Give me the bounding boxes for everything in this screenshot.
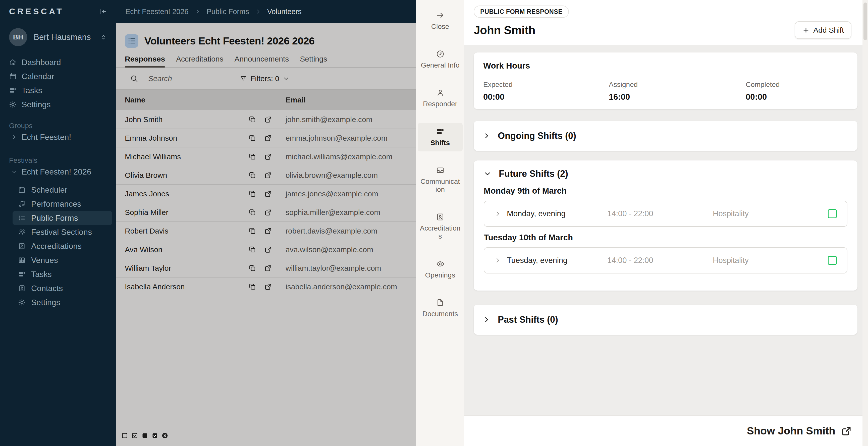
show-responder-link[interactable]: Show John Smith <box>747 425 835 437</box>
table-row[interactable]: John Smith john.smith@example.com <box>116 110 416 129</box>
sidebar-item-calendar[interactable]: Calendar <box>0 69 116 84</box>
sidebar-festival-children: Scheduler Performances Public Forms Fest… <box>0 183 116 309</box>
row-name: Emma Johnson <box>125 134 240 142</box>
stat-value: 00:00 <box>746 92 848 102</box>
external-link-icon[interactable] <box>264 227 272 235</box>
table-row[interactable]: Olivia Brown olivia.brown@example.com <box>116 166 416 185</box>
table-row[interactable]: Michael Williams michael.williams@exampl… <box>116 148 416 166</box>
table-row[interactable]: Isabella Anderson isabella.anderson@exam… <box>116 278 416 296</box>
sidebar-item-venues[interactable]: Venues <box>12 253 112 267</box>
shift-row[interactable]: Monday, evening 14:00 - 22:00 Hospitalit… <box>484 201 847 227</box>
copy-icon[interactable] <box>248 153 256 160</box>
copy-icon[interactable] <box>248 264 256 272</box>
external-link-icon[interactable] <box>264 190 272 198</box>
column-header-email[interactable]: Email <box>281 90 416 110</box>
table-row[interactable]: William Taylor william.taylor@example.co… <box>116 259 416 278</box>
detail-header: PUBLIC FORM RESPONSE John Smith Add Shif… <box>464 0 868 45</box>
copy-icon[interactable] <box>248 227 256 235</box>
sidebar-item-settings[interactable]: Settings <box>0 97 116 112</box>
sidebar-group-echt-feesten[interactable]: Echt Feesten! <box>0 130 116 144</box>
shift-name: Tuesday, evening <box>507 256 607 265</box>
shift-checkbox[interactable] <box>828 209 837 218</box>
chevron-right-icon[interactable] <box>494 257 507 264</box>
scrollbar[interactable] <box>863 0 868 446</box>
sidebar-festival-echt-feesten-2026[interactable]: Echt Feesten! 2026 <box>0 165 116 179</box>
sidebar-item-tasks[interactable]: Tasks <box>0 84 116 97</box>
external-link-icon[interactable] <box>264 134 272 142</box>
external-link-icon[interactable] <box>841 425 852 437</box>
user-menu[interactable]: BH Bert Hausmans <box>0 23 116 51</box>
row-email: william.taylor@example.com <box>281 259 416 277</box>
chevron-right-icon <box>483 316 490 323</box>
external-link-icon[interactable] <box>264 283 272 291</box>
copy-icon[interactable] <box>248 171 256 179</box>
copy-icon[interactable] <box>248 283 256 291</box>
table-row[interactable]: Sophia Miller sophia.miller@example.com <box>116 203 416 222</box>
tab-general-info[interactable]: General Info <box>418 45 463 74</box>
sidebar-item-festival-settings[interactable]: Settings <box>12 295 112 309</box>
copy-icon[interactable] <box>248 134 256 142</box>
breadcrumb-item-public-forms[interactable]: Public Forms <box>207 7 249 16</box>
shift-department: Hospitality <box>713 256 828 265</box>
sidebar-item-label: Settings <box>22 100 51 109</box>
chevron-right-icon <box>195 8 201 14</box>
tab-openings[interactable]: Openings <box>418 255 463 284</box>
external-link-icon[interactable] <box>264 264 272 272</box>
column-header-name[interactable]: Name <box>116 90 281 110</box>
table-row[interactable]: James Jones james.jones@example.com <box>116 185 416 203</box>
tab-shifts[interactable]: Shifts <box>418 123 463 152</box>
table-row[interactable]: Robert Davis robert.davis@example.com <box>116 222 416 240</box>
sidebar-item-dashboard[interactable]: Dashboard <box>0 55 116 69</box>
add-shift-button[interactable]: Add Shift <box>795 21 851 39</box>
sidebar-item-festival-sections[interactable]: Festival Sections <box>12 225 112 239</box>
external-link-icon[interactable] <box>264 209 272 216</box>
external-link-icon[interactable] <box>264 171 272 179</box>
external-link-icon[interactable] <box>264 116 272 123</box>
tasks-icon <box>9 87 17 94</box>
status-legend <box>116 425 416 446</box>
shift-checkbox[interactable] <box>828 256 837 265</box>
calendar-icon <box>9 72 17 80</box>
sidebar-item-label: Venues <box>31 256 58 265</box>
tool-label: Close <box>431 23 449 31</box>
filters-dropdown[interactable]: Filters: 0 <box>240 74 289 83</box>
copy-icon[interactable] <box>248 190 256 198</box>
close-panel-button[interactable]: Close <box>418 6 463 35</box>
scrollbar-thumb[interactable] <box>864 2 867 40</box>
chevron-right-icon[interactable] <box>494 210 507 217</box>
table-row[interactable]: Emma Johnson emma.johnson@example.com <box>116 129 416 148</box>
shift-date-header: Monday 9th of March <box>484 186 847 196</box>
stat-value: 00:00 <box>483 92 609 102</box>
list-icon <box>18 214 26 222</box>
tab-responder[interactable]: Responder <box>418 84 463 113</box>
tab-announcements[interactable]: Announcements <box>235 55 289 67</box>
shift-time: 14:00 - 22:00 <box>607 209 713 218</box>
ongoing-shifts-section[interactable]: Ongoing Shifts (0) <box>474 121 858 151</box>
sidebar-item-label: Calendar <box>22 72 54 81</box>
tab-communication[interactable]: Communication <box>418 161 463 198</box>
sidebar-collapse-button[interactable] <box>99 7 107 15</box>
sidebar-item-accreditations[interactable]: Accreditations <box>12 239 112 253</box>
row-email: ava.wilson@example.com <box>281 240 416 259</box>
sidebar-item-scheduler[interactable]: Scheduler <box>12 183 112 197</box>
table-row[interactable]: Ava Wilson ava.wilson@example.com <box>116 240 416 259</box>
shift-row[interactable]: Tuesday, evening 14:00 - 22:00 Hospitali… <box>484 247 847 274</box>
past-shifts-section[interactable]: Past Shifts (0) <box>474 305 858 335</box>
tab-accreditations[interactable]: Accreditations <box>176 55 223 67</box>
sidebar-item-performances[interactable]: Performances <box>12 197 112 211</box>
sidebar-item-festival-tasks[interactable]: Tasks <box>12 267 112 281</box>
copy-icon[interactable] <box>248 116 256 123</box>
breadcrumb-item-festival[interactable]: Echt Feesten! 2026 <box>125 7 189 16</box>
tab-documents[interactable]: Documents <box>418 294 463 322</box>
tab-accreditations[interactable]: Accreditations <box>418 208 463 245</box>
search-input[interactable]: Search <box>148 74 172 83</box>
copy-icon[interactable] <box>248 209 256 216</box>
copy-icon[interactable] <box>248 246 256 253</box>
external-link-icon[interactable] <box>264 153 272 160</box>
tab-settings[interactable]: Settings <box>300 55 327 67</box>
external-link-icon[interactable] <box>264 246 272 253</box>
sidebar-item-contacts[interactable]: Contacts <box>12 281 112 295</box>
future-shifts-toggle[interactable]: Future Shifts (2) <box>484 168 847 179</box>
tab-responses[interactable]: Responses <box>125 55 165 67</box>
sidebar-item-public-forms[interactable]: Public Forms <box>12 211 112 225</box>
